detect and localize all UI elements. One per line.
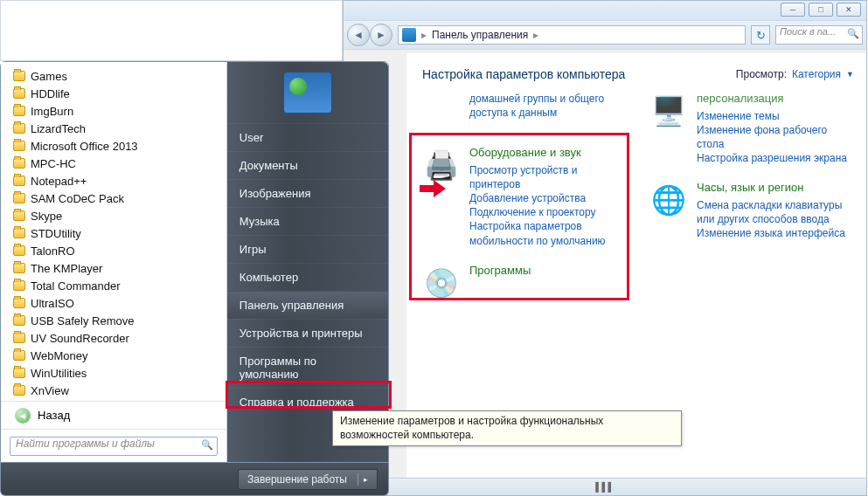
- folder-icon: [13, 106, 25, 116]
- program-folder-item[interactable]: HDDlife: [13, 85, 225, 102]
- program-folder-item[interactable]: MPC-HC: [13, 155, 225, 172]
- program-folder-item[interactable]: UltraISO: [13, 294, 225, 312]
- window-titlebar: ─ □ ✕: [344, 1, 866, 20]
- chevron-down-icon: ▼: [846, 70, 854, 79]
- program-folder-item[interactable]: USB Safely Remove: [13, 312, 225, 329]
- category-hardware-and-sound: 🖨️ Оборудование и звук Просмотр устройст…: [422, 146, 623, 248]
- program-folder-item[interactable]: STDUtility: [13, 224, 225, 242]
- printer-icon: 🖨️: [422, 146, 461, 184]
- category-link[interactable]: Добавление устройства: [469, 191, 623, 205]
- category-link[interactable]: Подключение к проектору: [469, 205, 623, 219]
- globe-clock-icon: 🌐: [649, 181, 688, 219]
- folder-icon: [13, 71, 25, 81]
- start-menu-link[interactable]: Панель управления: [227, 291, 388, 319]
- refresh-button[interactable]: ↻: [751, 25, 770, 45]
- start-search-input[interactable]: Найти программы и файлы: [10, 437, 218, 456]
- program-folder-item[interactable]: TalonRO: [13, 242, 225, 259]
- breadcrumb-separator: ▸: [420, 29, 428, 41]
- category-network-fragment: домашней группы и общего доступа к данны…: [422, 92, 623, 130]
- background-panel: [0, 0, 343, 61]
- start-menu-link[interactable]: Изображения: [227, 179, 388, 207]
- shutdown-button[interactable]: Завершение работы ▸: [238, 469, 378, 490]
- folder-label: Notepad++: [31, 175, 87, 188]
- nav-back-button[interactable]: ◄: [347, 24, 370, 46]
- program-folder-item[interactable]: Microsoft Office 2013: [13, 137, 225, 155]
- user-avatar[interactable]: [283, 72, 332, 114]
- all-programs-list[interactable]: GamesHDDlifeImgBurnLizardTechMicrosoft O…: [1, 62, 226, 401]
- folder-label: Microsoft Office 2013: [31, 140, 138, 153]
- breadcrumb-item[interactable]: Панель управления: [432, 29, 528, 41]
- program-folder-item[interactable]: ImgBurn: [13, 102, 225, 120]
- program-folder-item[interactable]: WebMoney: [13, 347, 225, 364]
- category-link[interactable]: Просмотр устройств и принтеров: [469, 163, 623, 191]
- view-selector[interactable]: Просмотр: Категория ▼: [736, 68, 854, 80]
- start-menu-link[interactable]: Игры: [227, 235, 388, 263]
- program-folder-item[interactable]: SAM CoDeC Pack: [13, 189, 225, 207]
- start-menu-footer: Завершение работы ▸: [0, 463, 389, 496]
- start-menu-link[interactable]: Программы по умолчанию: [227, 347, 388, 388]
- start-menu-link[interactable]: Устройства и принтеры: [227, 319, 388, 347]
- minimize-button[interactable]: ─: [781, 3, 805, 17]
- page-title: Настройка параметров компьютера: [422, 67, 625, 81]
- folder-label: MPC-HC: [31, 157, 76, 170]
- category-programs-fragment: 💿 Программы: [422, 264, 623, 302]
- folder-label: XnView: [31, 384, 69, 397]
- folder-icon: [13, 158, 25, 169]
- category-column-1: домашней группы и общего доступа к данны…: [422, 92, 623, 302]
- program-folder-item[interactable]: Total Commander: [13, 277, 225, 294]
- category-title[interactable]: Часы, язык и регион: [697, 181, 851, 195]
- folder-icon: [13, 315, 25, 326]
- back-button[interactable]: ◄ Назад: [1, 401, 226, 429]
- start-menu-link[interactable]: Документы: [227, 151, 388, 179]
- folder-icon: [13, 228, 25, 238]
- program-folder-item[interactable]: LizardTech: [13, 120, 225, 137]
- folder-icon: [13, 176, 25, 186]
- folder-icon: [13, 263, 25, 273]
- folder-icon: [13, 141, 25, 151]
- category-link[interactable]: Настройка параметров мобильности по умол…: [469, 219, 623, 247]
- folder-label: TalonRO: [31, 245, 75, 258]
- program-folder-item[interactable]: The KMPlayer: [13, 259, 225, 277]
- start-menu-left-pane: GamesHDDlifeImgBurnLizardTechMicrosoft O…: [1, 62, 227, 462]
- program-folder-item[interactable]: UV SoundRecorder: [13, 329, 225, 347]
- category-title[interactable]: Оборудование и звук: [469, 146, 623, 160]
- program-folder-item[interactable]: WinUtilities: [13, 364, 225, 382]
- category-title[interactable]: персонализация: [697, 92, 851, 106]
- program-folder-item[interactable]: Games: [13, 67, 225, 85]
- chevron-right-icon: ▸: [364, 475, 368, 484]
- folder-label: STDUtility: [31, 227, 81, 240]
- folder-label: UV SoundRecorder: [31, 332, 129, 345]
- folder-icon: [13, 298, 25, 308]
- folder-icon: [13, 123, 25, 134]
- view-value[interactable]: Категория: [792, 68, 841, 80]
- personalization-icon: 🖥️: [649, 92, 688, 130]
- control-panel-icon: [402, 28, 416, 42]
- folder-label: LizardTech: [31, 122, 86, 135]
- category-link[interactable]: Настройка разрешения экрана: [697, 151, 851, 165]
- navigation-bar: ◄ ► ▸ Панель управления ▸ ↻ Поиск в па..…: [344, 20, 866, 50]
- folder-label: Games: [31, 70, 67, 83]
- folder-icon: [13, 333, 25, 343]
- folder-icon: [13, 193, 25, 203]
- nav-forward-button[interactable]: ►: [370, 24, 392, 46]
- category-link[interactable]: Изменение языка интерфейса: [697, 226, 851, 240]
- start-menu-link[interactable]: User: [227, 123, 388, 151]
- program-folder-item[interactable]: Notepad++: [13, 172, 225, 189]
- maximize-button[interactable]: □: [809, 3, 833, 17]
- start-menu-link[interactable]: Компьютер: [227, 263, 388, 291]
- category-link[interactable]: Изменение темы: [697, 109, 851, 123]
- folder-label: HDDlife: [31, 87, 70, 100]
- program-folder-item[interactable]: Skype: [13, 207, 225, 224]
- folder-label: ImgBurn: [31, 105, 73, 118]
- address-bar[interactable]: ▸ Панель управления ▸: [398, 25, 746, 45]
- program-folder-item[interactable]: XnView: [13, 382, 225, 399]
- category-link[interactable]: Смена раскладки клавиатуры или других сп…: [697, 198, 851, 226]
- close-button[interactable]: ✕: [837, 3, 861, 17]
- category-link[interactable]: домашней группы и общего доступа к данны…: [469, 92, 623, 120]
- category-link[interactable]: Изменение фона рабочего стола: [697, 123, 851, 151]
- control-panel-search[interactable]: Поиск в па...: [775, 25, 863, 45]
- category-title[interactable]: Программы: [469, 264, 623, 278]
- category-column-2: 🖥️ персонализация Изменение темы Изменен…: [649, 92, 851, 302]
- start-menu-link[interactable]: Музыка: [227, 207, 388, 235]
- resize-grip[interactable]: ▌▌▌: [344, 478, 866, 495]
